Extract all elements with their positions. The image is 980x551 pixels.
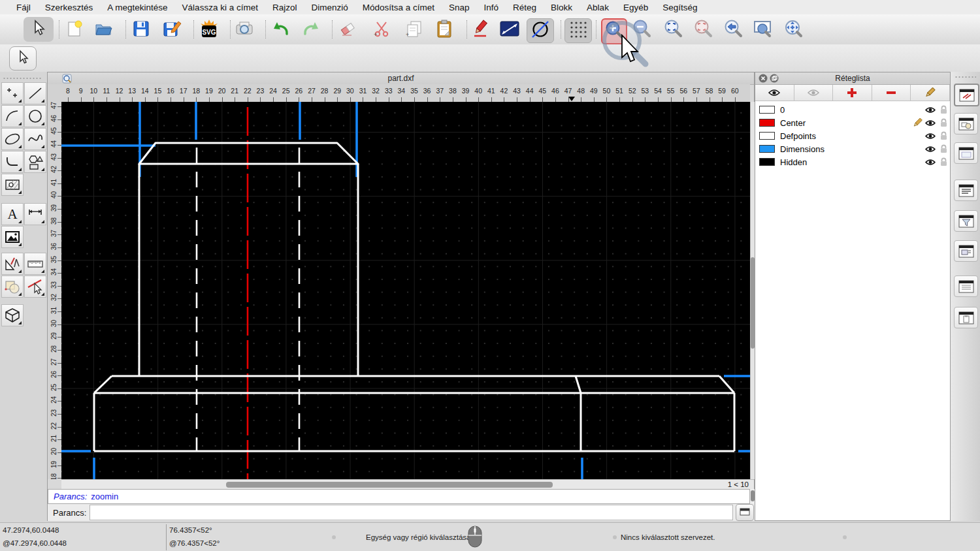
h-ruler-tick bbox=[145, 97, 146, 102]
add-layer-button[interactable] bbox=[833, 85, 872, 101]
tool-select-entity[interactable] bbox=[24, 276, 46, 298]
menu-item-f-jl[interactable]: Fájl bbox=[9, 3, 38, 12]
tool-measure[interactable] bbox=[1, 253, 24, 275]
save-as-button[interactable] bbox=[161, 18, 184, 42]
h-ruler-tick bbox=[273, 97, 274, 102]
tool-arc[interactable] bbox=[1, 105, 24, 127]
zoom-selection-button[interactable] bbox=[691, 18, 715, 42]
tool-polyline[interactable] bbox=[1, 151, 24, 173]
layer-row-defpoints[interactable]: Defpoints bbox=[755, 129, 950, 142]
edit-layer-button[interactable] bbox=[911, 85, 950, 101]
menu-item-v-lassza-ki-a-c-met[interactable]: Válassza ki a címet bbox=[175, 3, 265, 12]
zoom-in-button[interactable] bbox=[601, 18, 627, 44]
tool-circle[interactable] bbox=[24, 105, 46, 127]
dock-icon-blank-window[interactable] bbox=[954, 142, 978, 164]
menu-item-szerkeszt-s[interactable]: Szerkesztés bbox=[38, 3, 101, 12]
layer-row-hidden[interactable]: Hidden bbox=[755, 155, 950, 168]
dock-icon-clipboard-window[interactable] bbox=[954, 307, 978, 328]
redo-button[interactable] bbox=[299, 18, 323, 42]
tool-modify[interactable] bbox=[1, 276, 24, 298]
undo-button[interactable] bbox=[269, 18, 293, 42]
distance-tool-button[interactable] bbox=[498, 18, 521, 42]
menu-item-a-megtekint-se[interactable]: A megtekintése bbox=[100, 3, 174, 12]
app-window: FájlSzerkesztésA megtekintéseVálassza ki… bbox=[0, 0, 980, 551]
grid-toggle-button[interactable] bbox=[564, 18, 592, 43]
dock-icon-notes-window[interactable] bbox=[954, 276, 978, 297]
detach-panel-icon[interactable] bbox=[770, 74, 779, 85]
dock-icon-shapes-window[interactable] bbox=[954, 113, 978, 134]
zoom-auto-button[interactable] bbox=[661, 18, 685, 42]
delete-button[interactable] bbox=[336, 18, 359, 42]
show-all-layers-button[interactable] bbox=[755, 85, 794, 101]
tool-spline[interactable] bbox=[24, 128, 46, 150]
layer-lock-icon[interactable] bbox=[937, 118, 950, 127]
layer-row-dimensions[interactable]: Dimensions bbox=[755, 142, 950, 155]
h-ruler-label: 34 bbox=[398, 87, 406, 95]
print-preview-button[interactable] bbox=[233, 18, 256, 42]
tool-ruler[interactable] bbox=[24, 253, 46, 275]
dock-icon-tag-window[interactable] bbox=[954, 240, 978, 262]
tool-hatch[interactable] bbox=[1, 174, 24, 196]
circle-tool-button[interactable] bbox=[527, 18, 554, 43]
tool-3d-box[interactable] bbox=[1, 304, 24, 326]
menu-item-r-teg[interactable]: Réteg bbox=[506, 3, 544, 12]
tool-image[interactable] bbox=[1, 226, 24, 248]
layer-row-center[interactable]: Center bbox=[755, 116, 950, 129]
layer-visible-icon[interactable] bbox=[924, 145, 937, 153]
zoom-out-button[interactable] bbox=[630, 18, 653, 42]
layer-visible-icon[interactable] bbox=[924, 106, 937, 114]
new-document-button[interactable] bbox=[63, 18, 86, 42]
menu-item-dimenzi-[interactable]: Dimenzió bbox=[304, 3, 355, 12]
menu-item-inf-[interactable]: Infó bbox=[477, 3, 506, 12]
command-input[interactable] bbox=[90, 505, 733, 520]
select-tool-small-button[interactable] bbox=[9, 46, 37, 71]
layer-visible-icon[interactable] bbox=[924, 119, 937, 127]
remove-layer-button[interactable] bbox=[872, 85, 911, 101]
menu-item-rajzol[interactable]: Rajzol bbox=[265, 3, 304, 12]
tool-text[interactable]: A bbox=[1, 203, 24, 225]
command-options-button[interactable] bbox=[736, 504, 754, 521]
hide-all-layers-button[interactable] bbox=[794, 85, 834, 101]
select-tool-button[interactable] bbox=[24, 17, 54, 42]
dock-icon-list-window[interactable] bbox=[954, 180, 978, 201]
horizontal-scrollbar[interactable]: 1 < 10 bbox=[61, 479, 754, 490]
draw-pencil-button[interactable] bbox=[469, 18, 493, 42]
pan-button[interactable] bbox=[781, 18, 805, 42]
copy-button[interactable]: + bbox=[402, 18, 426, 42]
layer-lock-icon[interactable] bbox=[937, 144, 950, 153]
zoom-page-button[interactable] bbox=[751, 18, 775, 42]
menu-item-snap[interactable]: Snap bbox=[442, 3, 477, 12]
tool-line[interactable] bbox=[24, 82, 46, 104]
layer-lock-icon[interactable] bbox=[937, 131, 950, 140]
open-file-button[interactable] bbox=[91, 18, 115, 42]
menu-item-seg-ts-g[interactable]: Segítség bbox=[655, 3, 704, 12]
tool-ellipse[interactable] bbox=[1, 128, 24, 150]
layer-lock-icon[interactable] bbox=[937, 105, 950, 114]
menu-item-egy-b[interactable]: Egyéb bbox=[616, 3, 655, 12]
dock-icon-filter-window[interactable] bbox=[954, 210, 978, 232]
layer-visible-icon[interactable] bbox=[924, 158, 937, 166]
menu-item-blokk[interactable]: Blokk bbox=[544, 3, 580, 12]
tool-dimension[interactable] bbox=[24, 203, 46, 225]
menu-item-m-dos-tsa-a-c-met[interactable]: Módosítsa a címet bbox=[355, 3, 442, 12]
layer-lock-icon[interactable] bbox=[937, 157, 950, 166]
layer-panel-header[interactable]: Réteglista bbox=[755, 72, 950, 85]
dock-handle[interactable] bbox=[955, 76, 976, 78]
dock-handle[interactable] bbox=[3, 77, 42, 80]
paste-button[interactable] bbox=[433, 18, 456, 42]
layer-row-0[interactable]: 0 bbox=[755, 103, 950, 116]
drawing-canvas[interactable] bbox=[61, 102, 750, 479]
drawing-title-bar[interactable]: part.dxf bbox=[48, 72, 754, 85]
export-svg-button[interactable]: SVG bbox=[197, 18, 221, 42]
tool-points[interactable] bbox=[1, 82, 24, 104]
close-panel-icon[interactable] bbox=[759, 74, 768, 85]
horizontal-scrollbar-thumb[interactable] bbox=[226, 482, 553, 488]
tool-shapes[interactable] bbox=[24, 151, 46, 173]
save-button[interactable] bbox=[129, 18, 153, 42]
layer-visible-icon[interactable] bbox=[924, 132, 937, 140]
menu-item-ablak[interactable]: Ablak bbox=[580, 3, 616, 12]
cut-button[interactable]: + bbox=[370, 18, 393, 42]
dock-icon-pen-window[interactable] bbox=[954, 84, 979, 106]
zoom-previous-button[interactable] bbox=[721, 18, 745, 42]
layer-name: 0 bbox=[780, 105, 785, 115]
